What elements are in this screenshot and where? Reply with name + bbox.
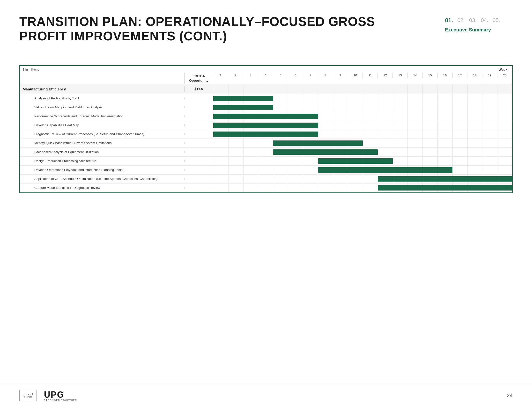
week-grid-line [333,94,333,103]
week-grid-line [452,94,453,103]
week-grid-line [452,85,453,93]
week-grid-line [363,130,363,139]
nav-05[interactable]: 05. [493,17,500,23]
main-content: $ in millions Week EBITDAOpportunity 123… [0,53,532,203]
task-label: Design Production Processing Architectur… [20,158,184,164]
week-num-cell: 2 [228,73,243,78]
page-number: 24 [507,392,513,399]
week-grid-line [482,148,482,156]
nav-03[interactable]: 03. [469,17,477,23]
week-grid-line [348,85,348,93]
gantt-ebitda-header: EBITDAOpportunity [184,73,213,84]
week-grid-line [437,85,438,93]
week-grid-line [393,130,393,139]
gantt-bar [378,176,512,182]
week-grid-line [363,103,363,112]
section-label: Executive Summary [445,27,513,33]
week-grid-line [378,103,378,112]
week-grid-line [303,157,303,165]
week-grid-line [363,112,363,121]
week-grid-line [273,94,273,103]
task-row: Performance Scorecards and Forecast Mode… [20,112,512,121]
week-grid-line [258,148,258,156]
gantt-bar [378,185,512,190]
week-grid-line [497,112,497,121]
week-grid-line [497,121,497,130]
week-grid-line [482,130,482,139]
week-grid-line [273,103,273,112]
upg-logo: UPG [44,390,77,400]
week-grid-line [333,184,333,192]
week-grid-line [393,85,393,93]
gantt-label-header [20,73,184,84]
week-grid-line [228,157,228,165]
week-grid-line [408,85,408,93]
week-grid-line [258,157,258,165]
week-grid-line [273,175,273,183]
week-grid-line [422,103,423,112]
gantt-bar [213,105,273,110]
week-grid-line [408,121,408,130]
week-grid-line [348,121,348,130]
category-row: Manufacturing Efficiency $11.5 [20,84,512,94]
category-label: Manufacturing Efficiency [20,86,184,93]
week-grid-line [333,112,333,121]
week-num-cell: 8 [318,73,333,78]
week-grid-line [363,121,363,130]
task-label: Develop Capabilities Heat Map [20,122,184,128]
task-ebitda [184,160,213,162]
millions-label: $ in millions [23,68,187,71]
week-grid-line [482,103,482,112]
week-grid-line [467,157,468,165]
task-weeks-cell [213,130,512,139]
week-grid-line [228,148,228,156]
week-grid-line [243,139,244,148]
week-grid-line [467,130,468,139]
week-grid-line [422,130,423,139]
week-grid-line [497,166,497,174]
task-label: Application of OEE Schedule Optimization… [20,176,184,182]
week-grid-line [452,112,453,121]
task-ebitda [184,151,213,153]
week-grid-line [348,94,348,103]
week-grid-line [288,166,288,174]
page-title: TRANSITION PLAN: OPERATIONALLY–FOCUSED G… [19,15,425,44]
gantt-bar [273,140,363,146]
week-grid-line [363,94,363,103]
upg-sub: STRONGER TOGETHER [44,399,77,401]
week-grid-line [348,184,348,192]
week-grid-line [467,103,468,112]
week-grid-line [422,94,423,103]
privet-logo: PRIVET FUND [19,390,37,401]
week-num-cell: 3 [243,73,258,78]
week-grid-line [318,112,318,121]
task-ebitda [184,169,213,171]
week-grid-line [408,157,408,165]
nav-04[interactable]: 04. [481,17,488,23]
nav-area: 01. 02. 03. 04. 05. Executive Summary [435,15,513,44]
week-num-cell: 5 [273,73,288,78]
gantt-bar [273,149,378,155]
task-row: Diagnostic Review of Current Processes (… [20,130,512,139]
task-weeks-cell [213,184,512,192]
week-grid-line [378,148,378,156]
week-grid-line [378,94,378,103]
week-grid-line [318,94,318,103]
week-grid-line [228,175,228,183]
task-label: Performance Scorecards and Forecast Mode… [20,113,184,120]
task-row: Application of OEE Schedule Optimization… [20,175,512,184]
week-grid-line [288,85,288,93]
week-grid-line [243,175,244,183]
nav-01[interactable]: 01. [445,17,453,24]
week-grid-line [393,94,393,103]
week-grid-line [258,175,258,183]
week-grid-line [482,139,482,148]
task-label: Diagnostic Review of Current Processes (… [20,131,184,137]
task-row: Develop Capabilities Heat Map [20,121,512,130]
task-weeks-cell [213,112,512,121]
gantt-bar [213,114,318,119]
task-label: Develop Operations Playbook and Producti… [20,167,184,173]
task-ebitda [184,97,213,99]
week-grid-line [422,112,423,121]
nav-02[interactable]: 02. [457,17,465,23]
